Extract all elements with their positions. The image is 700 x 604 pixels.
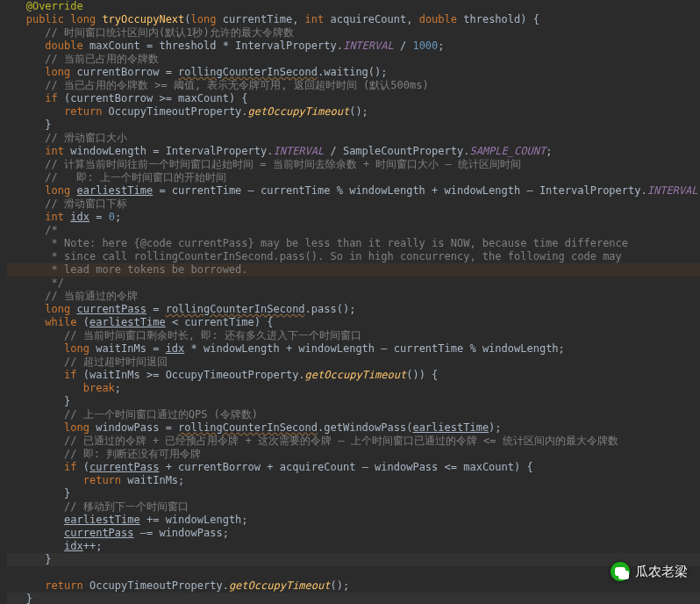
wechat-icon bbox=[611, 562, 630, 581]
code-line: public long tryOccupyNext(long currentTi… bbox=[7, 13, 700, 26]
code-line: // 滑动窗口大小 bbox=[7, 132, 700, 145]
code-line: long waitInMs = idx * windowLength + win… bbox=[7, 342, 700, 356]
code-line bbox=[7, 566, 700, 579]
code-line: while (earliestTime < currentTime) { bbox=[7, 316, 700, 329]
code-line: double maxCount = threshold * IntervalPr… bbox=[7, 40, 700, 53]
code-line: // 滑动窗口下标 bbox=[7, 198, 700, 211]
code-line: // 当前时间窗口剩余时长, 即: 还有多久进入下一个时间窗口 bbox=[7, 329, 700, 342]
code-line: * lead more tokens be borrowed. bbox=[7, 263, 700, 277]
code-line: return waitInMs; bbox=[7, 474, 700, 487]
code-line: // 即: 上一个时间窗口的开始时间 bbox=[7, 171, 700, 184]
code-line: // 超过超时时间退回 bbox=[7, 356, 700, 369]
code-line: // 时间窗口统计区间内(默认1秒)允许的最大令牌数 bbox=[7, 26, 700, 40]
code-line: } bbox=[7, 553, 700, 566]
code-line: break; bbox=[7, 382, 700, 395]
code-line: earliestTime += windowLength; bbox=[7, 514, 700, 527]
code-line: idx++; bbox=[7, 540, 700, 553]
code-line: } bbox=[7, 487, 700, 500]
code-line: long windowPass = rollingCounterInSecond… bbox=[7, 421, 700, 435]
watermark-text: 瓜农老梁 bbox=[635, 564, 688, 580]
code-line: // 上一个时间窗口通过的QPS (令牌数) bbox=[7, 408, 700, 421]
code-line: return OccupyTimeoutProperty.getOccupyTi… bbox=[7, 579, 700, 593]
code-line: long currentBorrow = rollingCounterInSec… bbox=[7, 66, 700, 79]
code-line: /* bbox=[7, 224, 700, 237]
code-line: // 当已占用的令牌数 >= 阈值, 表示无令牌可用, 返回超时时间 (默认50… bbox=[7, 79, 700, 92]
code-line: currentPass –= windowPass; bbox=[7, 527, 700, 540]
code-line: // 计算当前时间往前一个时间窗口起始时间 = 当前时间去除余数 + 时间窗口大… bbox=[7, 158, 700, 171]
code-line: if (currentPass + currentBorrow + acquir… bbox=[7, 461, 700, 474]
code-line: if (currentBorrow >= maxCount) { bbox=[7, 92, 700, 105]
code-body: @Override public long tryOccupyNext(long… bbox=[0, 0, 700, 604]
code-line: if (waitInMs >= OccupyTimeoutProperty.ge… bbox=[7, 369, 700, 382]
code-line: } bbox=[7, 119, 700, 132]
code-line: long currentPass = rollingCounterInSecon… bbox=[7, 303, 700, 316]
code-line: // 移动到下一个时间窗口 bbox=[7, 500, 700, 514]
code-line: @Override bbox=[7, 0, 700, 13]
code-line: return OccupyTimeoutProperty.getOccupyTi… bbox=[7, 105, 700, 119]
code-line: */ bbox=[7, 277, 700, 290]
code-line: // 已通过的令牌 + 已经预占用令牌 + 这次需要的令牌 – 上个时间窗口已通… bbox=[7, 435, 700, 448]
code-line: } bbox=[7, 395, 700, 408]
wechat-watermark: 瓜农老梁 bbox=[611, 562, 688, 581]
code-line: // 当前已占用的令牌数 bbox=[7, 53, 700, 66]
code-line: int windowLength = IntervalProperty.INTE… bbox=[7, 145, 700, 158]
code-editor[interactable]: @Override public long tryOccupyNext(long… bbox=[0, 0, 700, 604]
code-line: long earliestTime = currentTime – curren… bbox=[7, 184, 700, 198]
code-line: * Note: here {@code currentPass} may be … bbox=[7, 237, 700, 250]
code-line: // 当前通过的令牌 bbox=[7, 290, 700, 303]
code-line: int idx = 0; bbox=[7, 211, 700, 224]
code-line: } bbox=[7, 593, 700, 604]
code-line: // 即: 判断还没有可用令牌 bbox=[7, 448, 700, 461]
code-line: * since call rollingCounterInSecond.pass… bbox=[7, 250, 700, 263]
